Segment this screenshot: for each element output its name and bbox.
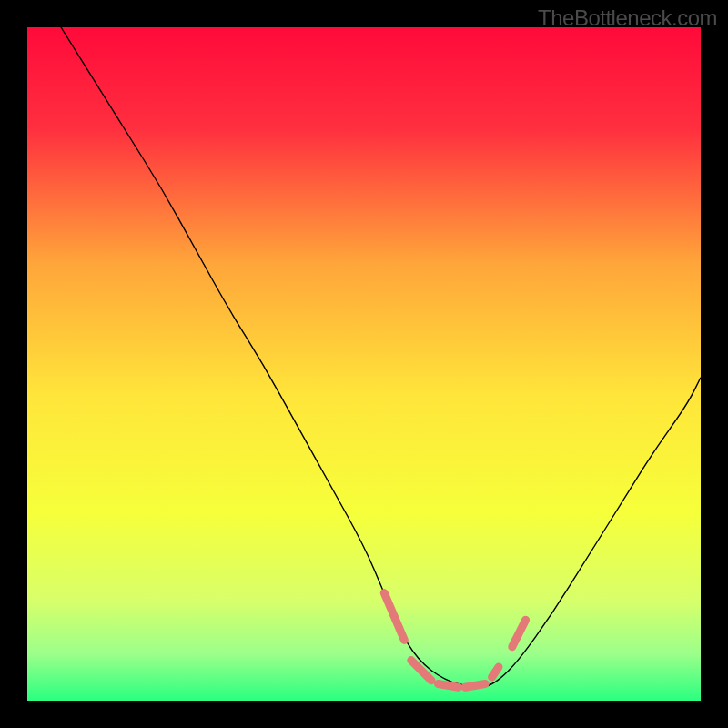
plot-area [27,27,701,701]
overlay-dash [438,684,458,688]
overlay-dash [492,667,499,677]
gradient-background [27,27,701,701]
bottleneck-chart [27,27,701,701]
watermark-text: TheBottleneck.com [538,5,717,31]
overlay-dash [465,684,485,688]
